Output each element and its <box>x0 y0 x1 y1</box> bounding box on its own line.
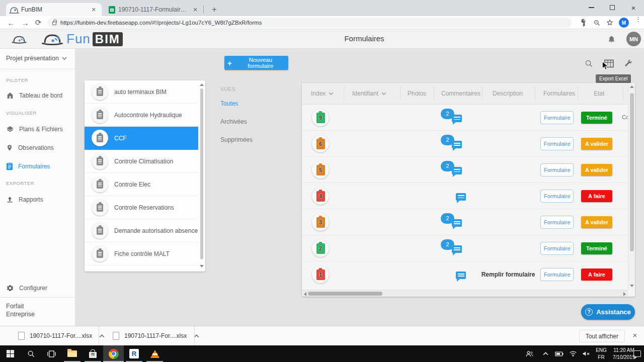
tab-close-icon[interactable]: × <box>191 6 199 14</box>
status-badge[interactable]: A faire <box>581 190 612 202</box>
column-identifiant[interactable]: Identifiant <box>352 90 386 97</box>
sidebar-item-tableau-de-bord[interactable]: Tableau de bord <box>6 90 62 101</box>
sidebar-item-configurer[interactable]: Configurer <box>6 283 47 293</box>
task-view-button[interactable] <box>41 345 62 362</box>
download-item[interactable]: 190710-1117-For....xlsx <box>106 326 206 345</box>
status-badge[interactable]: A valider <box>581 216 612 228</box>
url-bar[interactable]: https://funbim-dev.firebaseapp.com/#!/pr… <box>47 18 572 28</box>
scrollbar-thumb[interactable] <box>630 93 634 251</box>
close-button[interactable]: × <box>623 0 644 15</box>
close-downloads-icon[interactable]: × <box>630 331 640 339</box>
formulaire-button[interactable]: Formulaire <box>540 111 574 124</box>
bookmark-star-icon[interactable] <box>606 19 614 27</box>
sidebar-item-rapports[interactable]: Rapports <box>6 195 43 205</box>
new-tab-button[interactable]: + <box>208 4 220 15</box>
comments-cell[interactable] <box>441 265 471 285</box>
chevron-up-icon[interactable] <box>99 334 105 338</box>
formulaire-button[interactable]: Formulaire <box>540 242 574 255</box>
column-commentaires[interactable]: Commentaires <box>441 90 480 97</box>
status-badge[interactable]: A valider <box>581 138 612 150</box>
show-all-downloads-button[interactable]: Tout afficher <box>579 330 625 342</box>
sidebar-item-observations[interactable]: Observations <box>6 143 54 153</box>
forward-icon[interactable]: → <box>20 18 30 28</box>
people-button[interactable] <box>522 345 536 362</box>
scroll-down-icon[interactable] <box>200 265 204 267</box>
back-icon[interactable]: ← <box>6 18 16 28</box>
status-badge[interactable]: Terminé <box>581 112 612 124</box>
maximize-button[interactable] <box>602 0 623 15</box>
comments-cell[interactable]: 2 <box>441 239 471 258</box>
form-list-item[interactable]: auto terminaux BIM <box>85 80 198 104</box>
battery-indicator[interactable] <box>552 345 566 362</box>
comment-icon[interactable] <box>456 193 466 201</box>
start-button[interactable] <box>0 345 21 362</box>
scrollbar-thumb[interactable] <box>200 88 203 259</box>
status-badge[interactable]: A faire <box>581 268 612 281</box>
scrollbar-thumb[interactable] <box>308 292 382 296</box>
column-index[interactable]: Index <box>311 90 334 97</box>
forms-scrollbar[interactable] <box>199 81 204 270</box>
form-list-item-selected[interactable]: CCF <box>85 127 198 150</box>
scroll-down-icon[interactable] <box>630 285 634 287</box>
notifications-bell-icon[interactable] <box>607 34 616 46</box>
scroll-up-icon[interactable] <box>630 85 634 88</box>
comments-cell[interactable]: 2 <box>441 161 471 180</box>
taskbar-search[interactable] <box>21 345 41 362</box>
volume-muted-indicator[interactable] <box>580 345 593 362</box>
search-icon[interactable] <box>585 59 593 70</box>
view-toutes[interactable]: Toutes <box>220 100 238 107</box>
formulaire-button[interactable]: Formulaire <box>540 163 574 176</box>
browser-profile-avatar[interactable]: M <box>619 18 629 28</box>
view-supprimees[interactable]: Supprimées <box>220 136 253 143</box>
scroll-up-icon[interactable] <box>200 83 204 86</box>
minimize-button[interactable] <box>581 0 602 15</box>
formulaire-button[interactable]: Formulaire <box>540 268 574 281</box>
sidebar-item-plans-fichiers[interactable]: Plans & Fichiers <box>6 124 63 134</box>
comments-cell[interactable]: 2 <box>441 135 471 154</box>
comments-cell[interactable]: 2 <box>441 109 471 128</box>
comment-icon[interactable] <box>456 272 466 279</box>
form-list-item[interactable]: Fiche contrôle MALT <box>85 242 198 265</box>
form-list-item[interactable]: Autocontrole Hydraulique <box>85 104 198 127</box>
form-list-item[interactable]: Controle Elec <box>85 173 198 196</box>
comments-cell[interactable]: 2 <box>441 213 471 232</box>
sidebar-item-formulaires[interactable]: Formulaires <box>6 161 50 171</box>
assistance-button[interactable]: ? Assistance <box>581 304 635 320</box>
status-badge[interactable]: Terminé <box>581 242 612 254</box>
formulaire-button[interactable]: Formulaire <box>540 216 574 229</box>
formulaire-button[interactable]: Formulaire <box>540 190 574 203</box>
vertical-scrollbar[interactable] <box>628 83 635 290</box>
status-badge[interactable]: A valider <box>581 164 612 176</box>
language-indicator[interactable]: ENGFR <box>593 345 610 362</box>
comments-cell[interactable] <box>441 187 471 206</box>
download-item[interactable]: 190710-1117-For....xlsx <box>11 326 112 345</box>
formulaire-button[interactable]: Formulaire <box>540 137 574 150</box>
settings-wrench-icon[interactable] <box>624 59 632 70</box>
new-form-button[interactable]: + Nouveau formulaire <box>224 56 288 70</box>
horizontal-scrollbar[interactable] <box>302 290 628 297</box>
reload-icon[interactable]: ⟳ <box>33 18 43 28</box>
hidden-icons-button[interactable] <box>539 345 551 362</box>
action-center-button[interactable] <box>630 345 644 362</box>
tab-close-icon[interactable]: × <box>90 6 98 14</box>
column-etat[interactable]: Etat <box>594 90 604 97</box>
form-list-item[interactable]: Controle Climatisation <box>85 150 198 173</box>
column-photos[interactable]: Photos <box>408 90 426 97</box>
scroll-left-icon[interactable] <box>304 292 306 296</box>
microsoft-store-button[interactable] <box>83 345 103 362</box>
column-description[interactable]: Description <box>493 90 523 97</box>
browser-tab-sheets[interactable]: 190710-1117-Formulaires - Goo × <box>105 3 203 16</box>
chrome-button[interactable] <box>103 345 124 362</box>
form-list-item[interactable]: Demande autorisation absence <box>85 219 198 242</box>
browser-tab-funbim[interactable]: FunBIM × <box>6 3 102 16</box>
form-list-item[interactable]: Controle Reservations <box>85 196 198 219</box>
project-selector[interactable]: Projet présentation <box>6 55 72 62</box>
browser-menu-icon[interactable]: ⋮ <box>635 18 640 21</box>
vlc-button[interactable] <box>144 345 165 362</box>
zoom-icon[interactable] <box>593 19 601 27</box>
user-avatar[interactable]: MN <box>626 32 641 46</box>
wifi-indicator[interactable] <box>567 345 580 362</box>
view-archivees[interactable]: Archivées <box>220 118 247 125</box>
revit-button[interactable]: R <box>124 345 144 362</box>
file-explorer-button[interactable] <box>62 345 83 362</box>
